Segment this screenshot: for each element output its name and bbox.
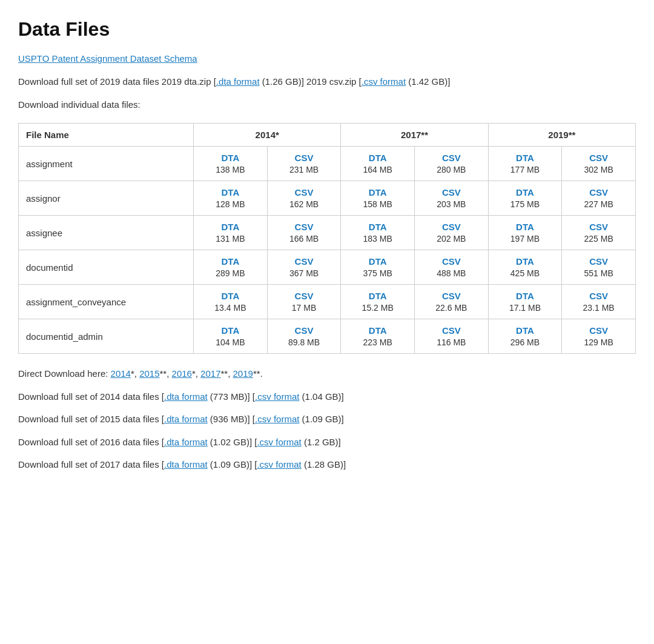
dta-size: 177 MB [496, 165, 555, 174]
dta-size: 197 MB [496, 234, 555, 244]
table-row-filename: documentid_admin [19, 319, 194, 354]
csv-link[interactable]: CSV [569, 222, 628, 232]
download-dta-link[interactable]: .dta format [164, 391, 208, 402]
table-cell-csv: CSV116 MB [415, 319, 489, 354]
dta-link[interactable]: DTA [201, 153, 260, 163]
csv-link[interactable]: CSV [422, 291, 481, 301]
dta-size: 183 MB [348, 234, 407, 244]
download-csv-size: (1.2 GB)] [302, 437, 341, 447]
dta-size: 158 MB [348, 199, 407, 209]
dta-size: 296 MB [496, 337, 555, 347]
intro-csv-link[interactable]: .csv format [362, 76, 406, 87]
dta-link[interactable]: DTA [496, 256, 555, 267]
dta-link[interactable]: DTA [348, 291, 407, 301]
dta-link[interactable]: DTA [496, 187, 555, 198]
csv-size: 227 MB [569, 199, 628, 209]
col-header-2017: 2017** [341, 124, 488, 147]
dta-link[interactable]: DTA [201, 222, 260, 232]
download-csv-link[interactable]: .csv format [257, 437, 301, 447]
dta-size: 164 MB [348, 165, 407, 174]
dta-link[interactable]: DTA [201, 256, 260, 267]
csv-link[interactable]: CSV [275, 187, 334, 198]
table-cell-csv: CSV203 MB [415, 181, 489, 216]
download-dta-link[interactable]: .dta format [164, 414, 208, 424]
table-cell-dta: DTA13.4 MB [194, 285, 268, 319]
csv-link[interactable]: CSV [569, 325, 628, 336]
table-cell-csv: CSV367 MB [267, 250, 341, 285]
table-cell-dta: DTA183 MB [341, 216, 415, 250]
direct-year-link[interactable]: 2015 [139, 368, 159, 379]
direct-year-link[interactable]: 2014 [111, 368, 131, 379]
dta-link[interactable]: DTA [201, 187, 260, 198]
csv-link[interactable]: CSV [422, 153, 481, 163]
dta-link[interactable]: DTA [201, 291, 260, 301]
dta-size: 17.1 MB [496, 303, 555, 313]
direct-year-link[interactable]: 2017 [200, 368, 220, 379]
csv-link[interactable]: CSV [275, 325, 334, 336]
csv-size: 89.8 MB [275, 337, 334, 347]
csv-link[interactable]: CSV [569, 153, 628, 163]
link-separator: , [134, 368, 139, 379]
csv-size: 302 MB [569, 165, 628, 174]
direct-year-link[interactable]: 2019 [233, 368, 253, 379]
download-csv-link[interactable]: .csv format [255, 391, 299, 402]
download-dta-link[interactable]: .dta format [164, 437, 208, 447]
csv-link[interactable]: CSV [422, 187, 481, 198]
table-cell-dta: DTA15.2 MB [341, 285, 415, 319]
table-row-filename: documentid [19, 250, 194, 285]
direct-year-link[interactable]: 2016 [172, 368, 192, 379]
csv-size: 203 MB [422, 199, 481, 209]
table-cell-dta: DTA197 MB [488, 216, 562, 250]
table-cell-csv: CSV17 MB [267, 285, 341, 319]
dta-link[interactable]: DTA [348, 256, 407, 267]
dta-link[interactable]: DTA [496, 325, 555, 336]
csv-link[interactable]: CSV [422, 325, 481, 336]
download-dta-size: (1.09 GB)] [ [208, 459, 257, 470]
csv-link[interactable]: CSV [275, 256, 334, 267]
download-prefix: Download full set of 2015 data files [ [18, 414, 164, 424]
csv-link[interactable]: CSV [569, 256, 628, 267]
dta-size: 425 MB [496, 268, 555, 278]
dta-size: 175 MB [496, 199, 555, 209]
year-suffix: ** [160, 368, 167, 379]
dta-link[interactable]: DTA [496, 291, 555, 301]
csv-size: 162 MB [275, 199, 334, 209]
csv-size: 129 MB [569, 337, 628, 347]
dta-size: 289 MB [201, 268, 260, 278]
table-cell-dta: DTA425 MB [488, 250, 562, 285]
csv-link[interactable]: CSV [569, 291, 628, 301]
csv-link[interactable]: CSV [275, 291, 334, 301]
download-csv-size: (1.04 GB)] [299, 391, 343, 402]
csv-link[interactable]: CSV [275, 153, 334, 163]
dta-link[interactable]: DTA [201, 325, 260, 336]
direct-download-line: Direct Download here: 2014*, 2015**, 201… [18, 366, 636, 382]
data-files-table: File Name 2014* 2017** 2019** assignment… [18, 123, 636, 354]
dta-link[interactable]: DTA [348, 187, 407, 198]
year-suffix: ** [220, 368, 228, 379]
table-cell-dta: DTA296 MB [488, 319, 562, 354]
download-csv-link[interactable]: .csv format [255, 414, 299, 424]
schema-link[interactable]: USPTO Patent Assignment Dataset Schema [18, 53, 197, 64]
dta-link[interactable]: DTA [348, 222, 407, 232]
csv-link[interactable]: CSV [569, 187, 628, 198]
csv-link[interactable]: CSV [422, 222, 481, 232]
dta-link[interactable]: DTA [496, 153, 555, 163]
csv-link[interactable]: CSV [275, 222, 334, 232]
download-prefix: Download full set of 2017 data files [ [18, 459, 164, 470]
dta-link[interactable]: DTA [348, 153, 407, 163]
table-cell-csv: CSV129 MB [562, 319, 636, 354]
intro-dta-link[interactable]: .dta format [216, 76, 260, 87]
download-dta-link[interactable]: .dta format [164, 459, 208, 470]
download-csv-link[interactable]: .csv format [257, 459, 301, 470]
csv-link[interactable]: CSV [422, 256, 481, 267]
table-cell-dta: DTA131 MB [194, 216, 268, 250]
dta-size: 375 MB [348, 268, 407, 278]
year-suffix: ** [253, 368, 260, 379]
dta-link[interactable]: DTA [348, 325, 407, 336]
download-dta-size: (936 MB)] [ [208, 414, 255, 424]
table-cell-dta: DTA177 MB [488, 147, 562, 181]
table-cell-dta: DTA104 MB [194, 319, 268, 354]
dta-link[interactable]: DTA [496, 222, 555, 232]
table-cell-dta: DTA17.1 MB [488, 285, 562, 319]
col-header-2019: 2019** [488, 124, 635, 147]
